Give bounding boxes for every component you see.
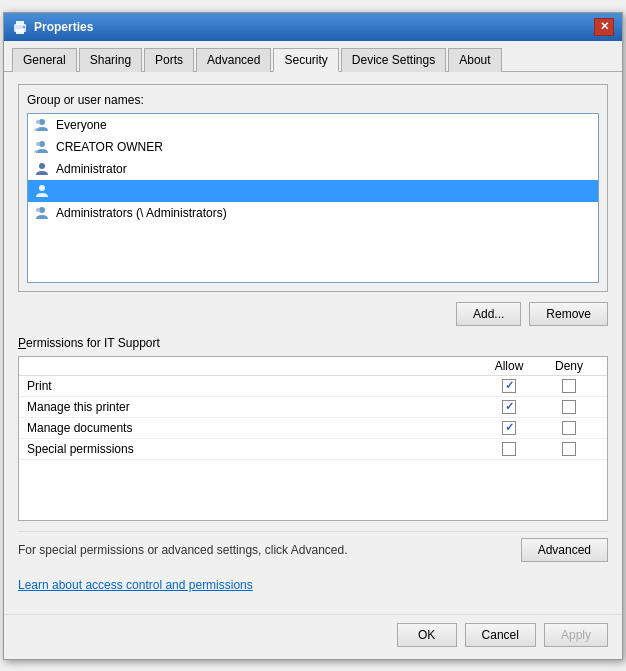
user-buttons-row: Add... Remove <box>18 302 608 326</box>
perm-name-special: Special permissions <box>27 442 479 456</box>
tab-device-settings[interactable]: Device Settings <box>341 48 446 72</box>
user-item-everyone[interactable]: Everyone <box>28 114 598 136</box>
svg-point-8 <box>39 163 45 169</box>
tab-about[interactable]: About <box>448 48 501 72</box>
perm-deny-manage-docs[interactable] <box>562 421 576 435</box>
user-item-admins-group[interactable]: Administrators (\ Administrators) <box>28 202 598 224</box>
group-label: Group or user names: <box>27 93 599 107</box>
advanced-button[interactable]: Advanced <box>521 538 608 562</box>
permissions-column-headers: Allow Deny <box>19 357 607 376</box>
perm-deny-special[interactable] <box>562 442 576 456</box>
tab-advanced[interactable]: Advanced <box>196 48 271 72</box>
perm-row-manage-printer: Manage this printer <box>19 397 607 418</box>
add-button[interactable]: Add... <box>456 302 521 326</box>
user-label-administrator: Administrator <box>56 162 127 176</box>
col-deny-header: Deny <box>539 359 599 373</box>
titlebar-left: Properties <box>12 19 93 35</box>
permissions-header: Permissions for IT Support <box>18 336 608 350</box>
svg-point-11 <box>36 208 40 212</box>
perm-name-manage-printer: Manage this printer <box>27 400 479 414</box>
advanced-text: For special permissions or advanced sett… <box>18 543 348 557</box>
svg-point-7 <box>36 142 40 146</box>
svg-point-5 <box>36 120 40 124</box>
svg-rect-2 <box>16 29 24 34</box>
perm-row-manage-docs: Manage documents <box>19 418 607 439</box>
svg-point-9 <box>39 185 45 191</box>
perm-name-manage-docs: Manage documents <box>27 421 479 435</box>
tab-ports[interactable]: Ports <box>144 48 194 72</box>
col-allow-header: Allow <box>479 359 539 373</box>
user-icon-creator <box>34 139 50 155</box>
perm-deny-print[interactable] <box>562 379 576 393</box>
properties-dialog: Properties ✕ General Sharing Ports Advan… <box>3 12 623 660</box>
user-icon-everyone <box>34 117 50 133</box>
ok-button[interactable]: OK <box>397 623 457 647</box>
remove-button[interactable]: Remove <box>529 302 608 326</box>
svg-rect-1 <box>16 21 24 25</box>
group-user-box: Group or user names: Everyone <box>18 84 608 292</box>
printer-icon <box>12 19 28 35</box>
user-item-it-support[interactable] <box>28 180 598 202</box>
tab-security[interactable]: Security <box>273 48 338 72</box>
permissions-table: Allow Deny Print Manage this printer <box>18 356 608 521</box>
perm-allow-manage-printer[interactable] <box>502 400 516 414</box>
user-label-creator-owner: CREATOR OWNER <box>56 140 163 154</box>
perm-allow-print[interactable] <box>502 379 516 393</box>
perm-deny-manage-printer[interactable] <box>562 400 576 414</box>
apply-button[interactable]: Apply <box>544 623 608 647</box>
user-item-creator-owner[interactable]: CREATOR OWNER <box>28 136 598 158</box>
tab-sharing[interactable]: Sharing <box>79 48 142 72</box>
user-label-everyone: Everyone <box>56 118 107 132</box>
user-list[interactable]: Everyone CREATOR OWNER <box>27 113 599 283</box>
perm-name-print: Print <box>27 379 479 393</box>
close-button[interactable]: ✕ <box>594 18 614 36</box>
security-panel: Group or user names: Everyone <box>4 72 622 614</box>
user-icon-it-support <box>34 183 50 199</box>
titlebar: Properties ✕ <box>4 13 622 41</box>
footer-buttons: OK Cancel Apply <box>4 614 622 659</box>
cancel-button[interactable]: Cancel <box>465 623 536 647</box>
tab-general[interactable]: General <box>12 48 77 72</box>
learn-link[interactable]: Learn about access control and permissio… <box>18 578 608 592</box>
user-icon-admins-group <box>34 205 50 221</box>
perm-row-print: Print <box>19 376 607 397</box>
perm-allow-special[interactable] <box>502 442 516 456</box>
advanced-section: For special permissions or advanced sett… <box>18 531 608 568</box>
user-icon-admin <box>34 161 50 177</box>
perm-allow-manage-docs[interactable] <box>502 421 516 435</box>
tab-bar: General Sharing Ports Advanced Security … <box>4 41 622 72</box>
window-title: Properties <box>34 20 93 34</box>
col-permission-name <box>27 359 479 373</box>
perm-row-special: Special permissions <box>19 439 607 460</box>
user-item-administrator[interactable]: Administrator <box>28 158 598 180</box>
svg-point-3 <box>23 26 25 28</box>
user-label-admins-group: Administrators (\ Administrators) <box>56 206 227 220</box>
